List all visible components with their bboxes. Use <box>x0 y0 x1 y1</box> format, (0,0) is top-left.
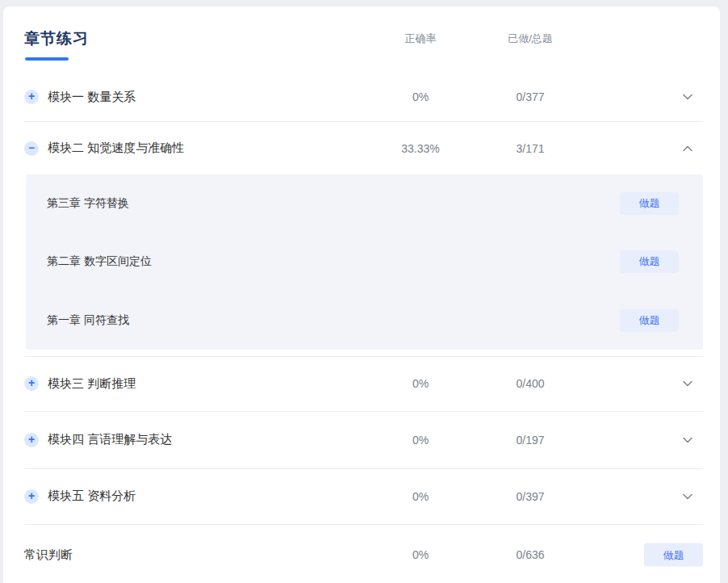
module-name: 模块五 资料分析 <box>48 489 136 504</box>
expand-toggle-icon[interactable]: + <box>24 376 39 391</box>
module-name: 模块四 言语理解与表达 <box>48 432 172 447</box>
footer-accuracy-value: 0% <box>372 548 469 561</box>
module-row[interactable]: − 模块二 知觉速度与准确性 33.33% 3/171 <box>3 122 720 174</box>
page-title: 章节练习 <box>24 28 89 49</box>
module-progress-value: 0/197 <box>482 434 579 447</box>
module-row[interactable]: + 模块三 判断推理 0% 0/400 <box>3 357 720 411</box>
module-accuracy-value: 0% <box>372 434 469 447</box>
column-header-progress: 已做/总题 <box>482 31 579 46</box>
chevron-up-icon[interactable] <box>680 141 695 156</box>
footer-progress-value: 0/636 <box>482 548 579 561</box>
module-row[interactable]: + 模块五 资料分析 0% 0/397 <box>3 469 720 524</box>
panel-gap <box>3 350 720 356</box>
module-row[interactable]: + 模块一 数量关系 0% 0/377 <box>3 73 720 121</box>
module-accuracy-value: 33.33% <box>372 142 469 155</box>
card-header: 章节练习 正确率 已做/总题 <box>3 6 720 73</box>
module-name: 模块三 判断推理 <box>48 376 136 392</box>
expand-toggle-icon[interactable]: + <box>24 489 39 504</box>
chapter-row: 第一章 同符查找 做题 <box>26 292 703 350</box>
chapter-row: 第三章 字符替换 做题 <box>26 174 703 233</box>
practice-button[interactable]: 做题 <box>620 250 679 273</box>
expand-toggle-icon[interactable]: − <box>24 141 39 156</box>
module-row[interactable]: + 模块四 言语理解与表达 0% 0/197 <box>3 412 720 468</box>
chevron-down-icon[interactable] <box>680 376 695 391</box>
chapter-row: 第二章 数字区间定位 做题 <box>26 233 703 291</box>
column-header-accuracy: 正确率 <box>372 31 469 46</box>
module-name: 模块二 知觉速度与准确性 <box>48 141 184 156</box>
module-accuracy-value: 0% <box>372 90 469 103</box>
chapter-name: 第一章 同符查找 <box>47 313 129 328</box>
footer-row-label: 常识判断 <box>24 547 73 563</box>
practice-button[interactable]: 做题 <box>620 309 679 332</box>
module-progress-value: 0/377 <box>482 90 579 103</box>
title-underline <box>25 57 69 61</box>
module-progress-value: 0/397 <box>482 490 579 503</box>
module-progress-value: 0/400 <box>482 377 579 390</box>
module-progress-value: 3/171 <box>482 142 579 155</box>
chevron-down-icon[interactable] <box>680 433 695 447</box>
chevron-down-icon[interactable] <box>680 489 695 504</box>
chapter-name: 第二章 数字区间定位 <box>47 254 152 269</box>
module-list: + 模块一 数量关系 0% 0/377 − 模块二 知觉速度与准确性 33.33… <box>3 73 720 525</box>
chapter-practice-card: 章节练习 正确率 已做/总题 + 模块一 数量关系 0% 0/377 − 模块二… <box>3 6 720 583</box>
chapter-name: 第三章 字符替换 <box>47 196 129 211</box>
footer-row-common-sense: 常识判断 0% 0/636 做题 <box>3 525 720 583</box>
module-accuracy-value: 0% <box>372 490 469 503</box>
expand-toggle-icon[interactable]: + <box>24 433 39 447</box>
chapter-panel: 第三章 字符替换 做题 第二章 数字区间定位 做题 第一章 同符查找 做题 <box>26 174 703 350</box>
expand-toggle-icon[interactable]: + <box>24 90 39 104</box>
practice-button[interactable]: 做题 <box>620 192 679 215</box>
practice-button[interactable]: 做题 <box>644 543 703 567</box>
chevron-down-icon[interactable] <box>680 90 695 104</box>
module-name: 模块一 数量关系 <box>48 90 136 105</box>
module-accuracy-value: 0% <box>372 377 469 390</box>
